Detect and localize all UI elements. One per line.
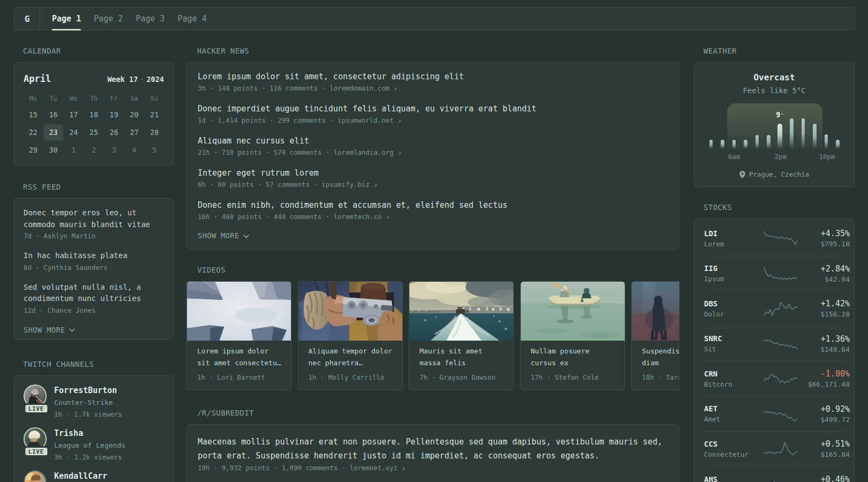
stock-chart [763,370,798,388]
stock-sparkline [763,229,798,247]
calendar-day[interactable]: 28 [144,124,164,141]
hn-item-link[interactable]: loremdomain.com ↗ [330,84,397,92]
hn-item-title[interactable]: Donec enim nibh, condimentum et accumsan… [198,199,668,212]
hn-item-title[interactable]: Integer eget rutrum lorem [198,167,668,179]
stock-symbol[interactable]: AHS [704,475,763,482]
calendar-day[interactable]: 30 [43,142,64,159]
video-thumbnail[interactable] [521,282,625,341]
stock-change: +0.51% [798,439,850,449]
video-title[interactable]: Nullam posuere cursus ex [531,345,617,368]
stock-change: +1.36% [798,334,850,344]
video-card: Lorem ipsum dolor sit amet consectetu… 1… [186,281,291,390]
logo[interactable]: G [14,7,40,30]
calendar-day[interactable]: 4 [124,142,145,159]
rss-card: Donec tempor eros leo, ut commodo mauris… [14,198,174,340]
calendar-day[interactable]: 17 [63,107,84,123]
calendar-day[interactable]: 29 [23,142,43,159]
twitch-channel-name[interactable]: Trisha [54,429,125,438]
calendar-day[interactable]: 25 [84,124,104,141]
hn-item-link[interactable]: ipsumworld.net ↗ [338,116,401,124]
calendar-header: April Week 17·2024 [23,73,164,84]
external-link-icon: ↗ [386,214,390,221]
video-thumbnail[interactable] [409,282,513,341]
weather-bar [813,124,817,149]
rss-show-more[interactable]: SHOW MORE [24,326,164,334]
hn-show-more[interactable]: SHOW MORE [198,231,668,240]
tab-page-3[interactable]: Page 3 [136,7,164,30]
calendar-day[interactable]: 15 [23,107,43,123]
stock-symbol[interactable]: CCS [704,440,763,448]
stock-row: LDI Lorem +4.35% $795.18 [704,221,844,257]
rss-item-title[interactable]: Donec tempor eros leo, ut commodo mauris… [24,207,164,230]
calendar-day[interactable]: 21 [144,107,164,123]
stock-left: DBS Dolor [704,299,763,318]
weather-time-labels: 6am2pm10pm [705,153,843,161]
video-thumbnail-image [521,282,625,341]
calendar-day[interactable]: 20 [124,107,145,123]
reddit-item-title[interactable]: Maecenas mollis pulvinar erat non posuer… [198,435,668,463]
stock-symbol[interactable]: LDI [704,229,763,238]
twitch-channel-name[interactable]: KendallCarr [54,472,107,480]
hn-item-link[interactable]: loremlandia.org ↗ [334,148,401,156]
stock-row: CCS Consectetur +0.51% $165.84 [704,432,844,467]
calendar-day-selected[interactable]: 23 [43,124,64,141]
twitch-channel-name[interactable]: ForrestBurton [54,386,122,395]
video-thumbnail-image [632,282,679,341]
calendar-day[interactable]: 3 [104,142,124,159]
hn-item-title[interactable]: Aliquam nec cursus elit [198,135,668,147]
video-thumbnail[interactable] [298,282,402,341]
stock-symbol[interactable]: CRN [704,370,763,378]
avatar[interactable] [24,470,47,482]
video-thumbnail[interactable] [187,282,291,341]
calendar-weekday: Mo [23,94,43,106]
twitch-widget: TWITCH CHANNELS LIVE ForrestBurton Count… [14,360,174,482]
rss-item: Donec tempor eros leo, ut commodo mauris… [24,207,164,240]
calendar-day[interactable]: 1 [63,142,84,159]
rss-item-title[interactable]: Sed volutpat nulla nisl, a condimentum n… [24,282,164,305]
tab-page-1[interactable]: Page 1 [52,7,81,30]
calendar-day[interactable]: 26 [104,124,124,141]
stock-sparkline [763,299,798,318]
hn-item-title[interactable]: Lorem ipsum dolor sit amet, consectetur … [198,71,668,83]
calendar-day[interactable]: 18 [84,107,104,123]
calendar-day[interactable]: 2 [84,142,104,159]
calendar-day[interactable]: 19 [104,107,124,123]
hn-item: Donec imperdiet augue tincidunt felis al… [198,103,668,124]
twitch-channel-info: ForrestBurton Counter-Strike 1h · 1.7k v… [54,385,122,418]
stock-symbol[interactable]: AET [704,404,763,413]
video-meta: 1h · Molly Carrillo [309,373,394,381]
calendar-day[interactable]: 22 [23,124,43,141]
calendar-day[interactable]: 5 [144,142,164,159]
video-card: Nullam posuere cursus ex 17h · Stefan Co… [520,281,625,390]
stock-symbol[interactable]: DBS [704,299,763,308]
calendar-day[interactable]: 24 [63,124,84,141]
calendar-day[interactable]: 27 [124,124,145,141]
rss-item-title[interactable]: In hac habitasse platea [24,250,164,262]
hn-item-link[interactable]: loremtech.co ↗ [334,213,390,221]
hn-item: Lorem ipsum dolor sit amet, consectetur … [198,71,668,92]
tab-page-4[interactable]: Page 4 [178,7,207,30]
calendar-year: 2024 [146,75,164,84]
hn-item-meta: 1d · 1,414 points · 299 comments · ipsum… [198,116,668,124]
calendar-day[interactable]: 16 [43,107,64,123]
hn-item-link[interactable]: ipsumify.biz ↗ [321,180,377,189]
video-title[interactable]: Aliquam tempor dolor nec pharetra… [309,345,394,368]
stock-right: +1.42% $156.28 [798,299,850,318]
video-meta: 18h · Tara Mills [642,373,679,381]
tab-page-2[interactable]: Page 2 [94,7,123,30]
video-title[interactable]: Mauris sit amet massa felis [420,345,505,368]
stock-symbol[interactable]: IIG [704,264,763,273]
stock-right: +4.35% $795.18 [798,229,850,248]
video-thumbnail-image [409,282,513,341]
stock-symbol[interactable]: SNRC [704,334,763,343]
hn-item-title[interactable]: Donec imperdiet augue tincidunt felis al… [198,103,668,115]
video-thumbnail[interactable] [632,282,679,341]
stock-sparkline [763,335,798,353]
twitch-channel-info: KendallCarr [54,471,107,482]
twitch-channel: KendallCarr [24,471,164,482]
video-title[interactable]: Lorem ipsum dolor sit amet consectetu… [197,345,283,368]
stock-sparkline [763,370,798,388]
stock-row: AHS Auis +0.46% $88.02 [704,467,844,482]
reddit-item-link[interactable]: loremnet.xyz ↗ [349,464,405,472]
video-title[interactable]: Suspendisse porta diam [642,345,679,368]
